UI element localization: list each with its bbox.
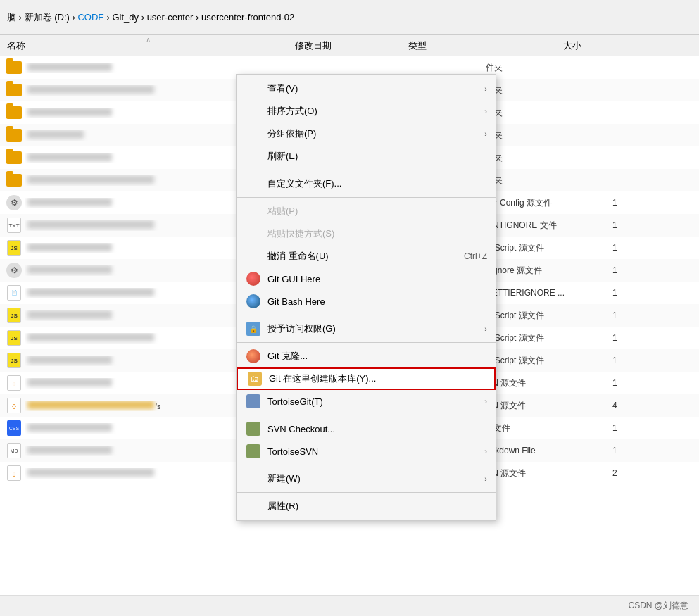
menu-item-grant-access[interactable]: 🔒 授予访问权限(G) › — [237, 318, 496, 340]
file-name — [25, 423, 215, 434]
paste-menu-icon — [245, 203, 262, 220]
folder-icon — [4, 149, 25, 166]
file-name — [25, 108, 215, 118]
scroll-up-indicator: ∧ — [141, 35, 155, 44]
json-file-icon2: {} — [4, 397, 25, 414]
file-name — [25, 356, 215, 366]
file-name — [25, 198, 215, 208]
tortoise-git-arrow-icon: › — [484, 397, 487, 406]
undo-menu-icon — [245, 248, 262, 265]
menu-separator-7 — [237, 492, 496, 493]
menu-item-paste-shortcut[interactable]: 粘贴快捷方式(S) — [237, 222, 496, 245]
css-file-icon: CSS — [4, 420, 25, 436]
menu-item-paste[interactable]: 粘贴(P) — [237, 200, 496, 222]
context-menu: 查看(V) › 排序方式(O) › 分组依据(P) › 刷新(E) 自定义文件夹… — [236, 74, 496, 521]
col-size[interactable]: 大小 — [556, 35, 641, 56]
menu-item-svn-checkout[interactable]: SVN Checkout... — [237, 417, 496, 440]
menu-item-tortoise-svn-label: TortoiseSVN — [267, 446, 484, 457]
menu-item-git-bash[interactable]: Git Bash Here — [237, 290, 496, 313]
watermark: CSDN @刘德意 — [628, 600, 688, 612]
col-date[interactable]: 修改日期 — [225, 35, 401, 56]
new-menu-icon — [245, 470, 262, 487]
refresh-menu-icon — [245, 148, 262, 165]
gear-file-icon2: ⚙ — [4, 262, 25, 279]
file-name — [25, 63, 215, 73]
file-size: 1 — [612, 198, 617, 208]
file-name — [25, 288, 215, 298]
menu-item-sort[interactable]: 排序方式(O) › — [237, 100, 496, 122]
js-file-icon4: JS — [4, 352, 25, 369]
md-file-icon: MD — [4, 442, 25, 459]
sort-menu-icon — [245, 103, 262, 120]
menu-item-undo[interactable]: 撤消 重命名(U) Ctrl+Z — [237, 245, 496, 268]
view-menu-icon — [245, 80, 262, 97]
menu-separator-4 — [237, 342, 496, 343]
status-bar: CSDN @刘德意 — [0, 595, 699, 616]
file-size: 1 — [612, 333, 617, 343]
file-size: 1 — [612, 288, 617, 298]
column-headers: 名称 修改日期 类型 大小 — [0, 35, 699, 56]
file-type: 件夹 — [486, 62, 503, 74]
grant-access-arrow-icon: › — [484, 325, 487, 333]
git-gui-icon — [245, 270, 262, 287]
git-create-repo-icon: 🗂 — [246, 370, 263, 387]
group-menu-icon — [245, 125, 262, 142]
menu-item-git-create-label: Git 在这里创建版本库(Y)... — [269, 372, 486, 385]
file-name — [25, 153, 215, 163]
file-name — [25, 243, 215, 253]
file-name: 's — [25, 401, 215, 411]
json-file-icon: {} — [4, 375, 25, 391]
menu-item-git-clone[interactable]: Git 克隆... — [237, 345, 496, 367]
menu-item-group[interactable]: 分组依据(P) › — [237, 122, 496, 145]
file-name — [25, 333, 215, 344]
view-arrow-icon: › — [484, 84, 487, 93]
folder-icon — [4, 172, 25, 189]
file-size: 1 — [612, 356, 617, 365]
menu-item-paste-label: 粘贴(P) — [267, 205, 487, 218]
js-file-icon2: JS — [4, 307, 25, 324]
file-size: 1 — [612, 310, 617, 320]
menu-item-customize-label: 自定义文件夹(F)... — [267, 177, 487, 190]
folder-icon — [4, 127, 25, 144]
file-size: 1 — [612, 423, 617, 433]
menu-separator-5 — [237, 415, 496, 415]
menu-item-view[interactable]: 查看(V) › — [237, 77, 496, 100]
sort-arrow-icon: › — [484, 107, 487, 115]
file-size: 2 — [612, 468, 617, 478]
file-name — [25, 85, 215, 96]
file-name — [25, 378, 215, 389]
menu-item-git-create[interactable]: 🗂 Git 在这里创建版本库(Y)... — [237, 367, 496, 390]
menu-item-properties-label: 属性(R) — [267, 500, 487, 513]
undo-shortcut: Ctrl+Z — [464, 251, 487, 261]
menu-item-refresh[interactable]: 刷新(E) — [237, 145, 496, 168]
tortoise-svn-icon — [245, 443, 262, 460]
menu-item-new-label: 新建(W) — [267, 472, 484, 485]
menu-item-tortoise-git[interactable]: TortoiseGit(T) › — [237, 390, 496, 413]
properties-menu-icon — [245, 498, 262, 515]
group-arrow-icon: › — [484, 130, 487, 138]
menu-item-refresh-label: 刷新(E) — [267, 150, 487, 163]
menu-item-group-label: 分组依据(P) — [267, 127, 484, 140]
menu-item-git-clone-label: Git 克隆... — [267, 350, 487, 363]
menu-item-properties[interactable]: 属性(R) — [237, 495, 496, 517]
col-name[interactable]: 名称 — [0, 35, 225, 56]
menu-item-sort-label: 排序方式(O) — [267, 105, 484, 118]
tortoise-git-icon — [245, 393, 262, 410]
col-type[interactable]: 类型 — [401, 35, 556, 56]
menu-separator-1 — [237, 170, 496, 170]
menu-item-undo-label: 撤消 重命名(U) — [267, 250, 450, 263]
js-file-icon3: JS — [4, 329, 25, 346]
menu-item-customize[interactable]: 自定义文件夹(F)... — [237, 172, 496, 195]
menu-item-git-gui[interactable]: Git GUI Here — [237, 268, 496, 290]
menu-item-new[interactable]: 新建(W) › — [237, 467, 496, 490]
menu-separator-2 — [237, 197, 496, 198]
file-name — [25, 310, 215, 321]
file-size: 1 — [612, 265, 617, 275]
text-file-icon: TXT — [4, 217, 25, 234]
menu-separator-3 — [237, 315, 496, 315]
menu-item-tortoise-svn[interactable]: TortoiseSVN › — [237, 440, 496, 463]
js-file-icon: JS — [4, 239, 25, 256]
menu-item-svn-checkout-label: SVN Checkout... — [267, 424, 487, 434]
file-size: 1 — [612, 243, 617, 253]
menu-item-git-bash-label: Git Bash Here — [267, 296, 487, 307]
